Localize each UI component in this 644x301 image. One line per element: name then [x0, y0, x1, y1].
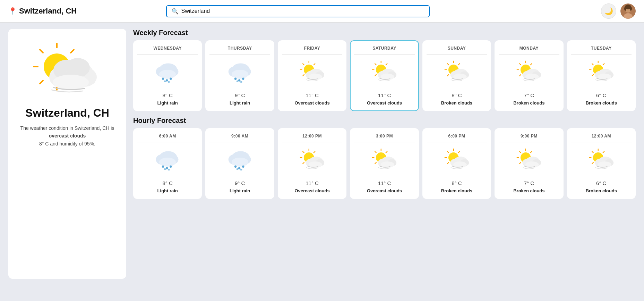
- forecast-label: FRIDAY: [304, 46, 320, 51]
- svg-point-104: [166, 167, 168, 169]
- svg-line-67: [447, 64, 449, 65]
- forecast-icon: [589, 60, 614, 85]
- forecast-condition: Broken clouds: [513, 100, 544, 106]
- weekly-card[interactable]: WEDNESDAY 8° C Light rain: [133, 40, 202, 111]
- rain-cloud-icon: [155, 60, 180, 83]
- header-location: 📍 Switzerland, CH: [8, 7, 77, 16]
- partly-cloudy-icon: [299, 148, 325, 170]
- hourly-card[interactable]: 12:00 AM 6° C Broken clouds: [567, 128, 636, 199]
- svg-point-116: [240, 169, 242, 170]
- svg-point-111: [232, 158, 248, 167]
- svg-line-121: [303, 151, 304, 153]
- forecast-icon: [227, 60, 253, 85]
- forecast-temp: 8° C: [452, 92, 462, 98]
- svg-point-113: [238, 167, 240, 169]
- svg-point-114: [242, 166, 244, 168]
- svg-line-79: [520, 64, 521, 65]
- main-weather-icon: [33, 37, 102, 100]
- svg-line-170: [603, 151, 604, 153]
- svg-line-43: [303, 64, 304, 65]
- forecast-temp: 6° C: [596, 180, 606, 186]
- forecast-temp: 7° C: [524, 92, 534, 98]
- forecast-icon: [155, 148, 180, 173]
- svg-point-107: [168, 169, 170, 170]
- hourly-card[interactable]: 9:00 PM 7° C Broken clouds: [495, 128, 563, 199]
- svg-line-57: [375, 75, 377, 76]
- forecast-temp: 11° C: [306, 92, 319, 98]
- forecast-condition: Overcast clouds: [294, 188, 329, 193]
- search-icon: 🔍: [172, 8, 179, 15]
- svg-point-38: [240, 81, 242, 83]
- partly-cloudy-icon: [371, 60, 397, 83]
- forecast-condition: Broken clouds: [441, 100, 472, 106]
- partly-cloudy-icon: [589, 60, 614, 83]
- weekly-card[interactable]: TUESDAY 6° C Broken clouds: [567, 40, 636, 111]
- forecast-divider: [571, 142, 632, 142]
- forecast-condition: Light rain: [157, 100, 178, 106]
- hourly-card[interactable]: 3:00 PM 11° C Overcast clouds: [350, 128, 419, 199]
- forecast-condition: Broken clouds: [586, 188, 617, 193]
- forecast-icon: [155, 60, 180, 85]
- forecast-temp: 11° C: [306, 180, 319, 186]
- svg-line-68: [458, 64, 460, 65]
- svg-line-135: [375, 162, 377, 164]
- forecast-temp: 8° C: [163, 92, 173, 98]
- forecast-divider: [137, 54, 198, 55]
- forecast-icon: [516, 148, 542, 173]
- partly-cloudy-icon: [589, 148, 614, 170]
- weekly-forecast-title: Weekly Forecast: [133, 29, 636, 37]
- pin-icon: 📍: [8, 7, 17, 15]
- partly-cloudy-icon: [444, 148, 470, 170]
- header: 📍 Switzerland, CH 🔍 🌙: [0, 0, 644, 23]
- hourly-card[interactable]: 9:00 AM 9° C Light rain: [205, 128, 274, 199]
- svg-line-92: [603, 64, 604, 65]
- svg-line-146: [458, 151, 460, 153]
- weekly-card[interactable]: SUNDAY 8° C Broken clouds: [422, 40, 491, 111]
- hourly-card[interactable]: 6:00 AM 8° C Light rain: [133, 128, 202, 199]
- weekly-card[interactable]: SATURDAY 11° C Overcast clouds: [350, 40, 419, 111]
- forecast-temp: 7° C: [524, 180, 534, 186]
- svg-line-123: [303, 162, 304, 164]
- forecast-condition: Broken clouds: [586, 100, 617, 106]
- forecast-label: 12:00 PM: [302, 134, 322, 139]
- svg-line-55: [375, 64, 377, 65]
- weekly-card[interactable]: MONDAY 7° C Broken clouds: [495, 40, 563, 111]
- forecast-icon: [299, 60, 325, 85]
- forecast-temp: 9° C: [235, 180, 245, 186]
- partly-cloudy-icon: [516, 60, 542, 83]
- svg-point-28: [164, 80, 166, 82]
- svg-point-102: [159, 158, 176, 167]
- forecast-icon: [516, 60, 542, 85]
- forecast-label: MONDAY: [520, 46, 539, 51]
- forecast-icon: [227, 148, 253, 173]
- weekly-forecast-grid: WEDNESDAY 8° C Light rain THURSDAY 9° C …: [133, 40, 636, 111]
- hourly-card[interactable]: 6:00 PM 8° C Broken clouds: [422, 128, 491, 199]
- svg-line-13: [40, 81, 43, 84]
- forecast-label: 9:00 AM: [231, 134, 248, 139]
- forecast-divider: [571, 54, 632, 55]
- svg-line-45: [303, 75, 304, 76]
- avatar[interactable]: [620, 3, 636, 19]
- partly-cloudy-icon: [444, 60, 470, 83]
- left-panel: Switzerland, CH The weather condition in…: [8, 29, 126, 279]
- svg-point-112: [234, 166, 236, 168]
- hourly-card[interactable]: 12:00 PM 11° C Overcast clouds: [278, 128, 346, 199]
- weekly-card[interactable]: THURSDAY 9° C Light rain: [205, 40, 274, 111]
- svg-line-93: [592, 75, 593, 76]
- search-input[interactable]: [181, 8, 424, 14]
- forecast-divider: [499, 142, 559, 142]
- weekly-card[interactable]: FRIDAY 11° C Overcast clouds: [278, 40, 346, 111]
- svg-line-134: [386, 151, 387, 153]
- dark-mode-button[interactable]: 🌙: [601, 3, 616, 19]
- partly-cloudy-icon: [299, 60, 325, 83]
- svg-point-25: [162, 78, 164, 80]
- svg-point-34: [234, 78, 236, 80]
- rain-cloud-icon: [155, 148, 180, 170]
- svg-line-69: [447, 75, 449, 76]
- right-panel: Weekly Forecast WEDNESDAY 8° C Light rai…: [133, 29, 636, 279]
- svg-point-24: [159, 70, 176, 79]
- header-right: 🌙: [601, 3, 636, 19]
- forecast-condition: Overcast clouds: [294, 100, 329, 106]
- svg-line-80: [531, 64, 532, 65]
- location-name: Switzerland, CH: [25, 107, 109, 119]
